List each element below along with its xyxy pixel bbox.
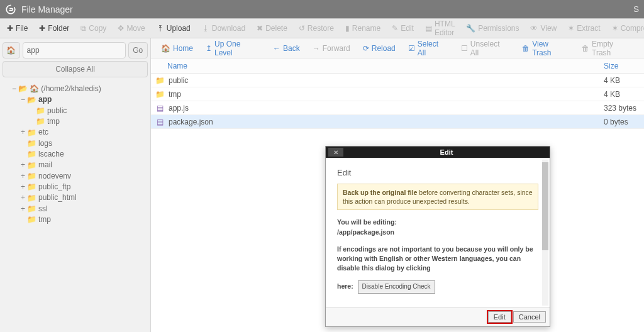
action-back[interactable]: ←Back [267,42,306,55]
col-name[interactable]: Name [151,62,604,70]
close-button[interactable]: ✕ [328,148,343,157]
cpanel-logo-icon [5,3,18,16]
toolbar-download[interactable]: ⭳Download [197,21,250,35]
tree-public-html[interactable]: +📁public_html [20,192,148,203]
dialog-titlebar[interactable]: ✕ Edit [326,147,550,158]
table-header: Name Size [151,58,644,74]
encoding-paragraph: If encodings are not important to you be… [337,245,538,274]
sidebar: 🏠 Go Collapse All −📂🏠 (/home2/khaledis) … [0,38,151,332]
table-row[interactable]: ▤ app.js 323 bytes [151,101,644,115]
action-unselect-all[interactable]: ☐Unselect All [455,37,516,60]
tree-etc[interactable]: +📁etc [20,127,148,138]
copy-icon: ⧉ [80,24,86,33]
action-empty-trash[interactable]: 🗑Empty Trash [575,37,640,60]
dialog-title: Edit [343,148,550,156]
trash-icon: 🗑 [522,44,530,53]
trash-icon: 🗑 [582,44,589,53]
tree-tmp[interactable]: 📁tmp [20,214,148,225]
tree-nodevenv[interactable]: +📁nodevenv [20,171,148,182]
edit-button[interactable]: Edit [488,311,511,323]
toolbar-rename[interactable]: ▮Rename [340,21,386,35]
action-forward[interactable]: →Forward [306,42,357,55]
table-row[interactable]: ▤ package.json 0 bytes [151,115,644,129]
dialog-heading: Edit [337,168,538,177]
toolbar-copy[interactable]: ⧉Copy [75,21,111,35]
folder-icon: 📁 [27,149,36,160]
toolbar-delete[interactable]: ✖Delete [252,21,292,35]
home-button[interactable]: 🏠 [3,42,20,58]
collapse-all-button[interactable]: Collapse All [3,61,148,77]
folder-icon: 📁 [153,76,166,85]
plus-icon: ✚ [7,24,13,33]
scrollbar[interactable] [542,160,548,306]
toolbar-edit[interactable]: ✎Edit [387,21,419,35]
folder-icon: 📁 [36,116,45,127]
editing-path: /app/package.json [337,228,538,237]
toolbar-view[interactable]: 👁View [525,21,562,35]
reload-icon: ⟳ [363,44,369,53]
forward-icon: → [313,44,320,53]
table-row[interactable]: 📁 public 4 KB [151,74,644,87]
unselect-icon: ☐ [461,44,468,53]
edit-dialog: ✕ Edit Edit Back up the original file be… [325,146,550,327]
path-row: 🏠 Go [3,42,148,58]
rename-icon: ▮ [345,24,350,33]
key-icon: 🔧 [466,24,475,33]
toolbar-permissions[interactable]: 🔧Permissions [461,21,524,35]
cancel-button[interactable]: Cancel [513,311,546,323]
home-icon: 🏠 [30,84,39,93]
go-button[interactable]: Go [128,42,148,58]
action-up-level[interactable]: ↥Up One Level [199,37,267,60]
toolbar-new-folder[interactable]: ✚Folder [34,21,74,35]
action-home[interactable]: 🏠Home [155,42,199,55]
back-icon: ← [273,44,280,53]
action-view-trash[interactable]: 🗑View Trash [516,37,575,60]
close-icon: ✕ [333,149,338,156]
upload-icon: ⭱ [157,24,164,33]
tree-lscache[interactable]: 📁lscache [20,149,148,160]
app-header: File Manager S [0,0,644,18]
tree-mail[interactable]: +📁mail [20,160,148,170]
toolbar-restore[interactable]: ↺Restore [294,21,339,35]
move-icon: ✥ [118,24,124,33]
toolbar-upload[interactable]: ⭱Upload [152,21,196,35]
warning-box: Back up the original file before convert… [337,184,538,210]
disable-row: here: Disable Encoding Check [337,280,538,294]
eye-icon: 👁 [530,24,538,33]
action-select-all[interactable]: ☑Select All [402,37,455,60]
dialog-footer: Edit Cancel [326,307,550,326]
path-input[interactable] [23,42,126,58]
tree-app-tmp[interactable]: 📁tmp [29,116,148,127]
tree-ssl[interactable]: +📁ssl [20,204,148,214]
plus-icon: ✚ [39,24,45,33]
action-reload[interactable]: ⟳Reload [357,42,402,55]
toolbar-new-file[interactable]: ✚File [2,21,33,35]
download-icon: ⭳ [202,24,209,33]
dialog-body: Edit Back up the original file before co… [326,158,550,307]
tree-logs[interactable]: 📁logs [20,138,148,149]
folder-open-icon: 📂 [27,95,36,106]
toolbar-compress[interactable]: ✶Compress [607,21,644,35]
scrollbar-thumb[interactable] [542,162,548,250]
folder-icon: 📁 [27,171,36,182]
tree-root[interactable]: −📂🏠 (/home2/khaledis) −📂app 📁public 📁tmp… [11,84,148,225]
editing-label: You will be editing: [337,218,538,227]
toolbar-move[interactable]: ✥Move [113,21,150,35]
page-title: File Manager [21,4,73,14]
restore-icon: ↺ [299,24,305,33]
compress-icon: ✶ [612,24,618,33]
tree-public-ftp[interactable]: +📁public_ftp [20,182,148,192]
tree-app[interactable]: −📂app 📁public 📁tmp [20,94,148,127]
home-icon: 🏠 [161,44,170,53]
folder-icon: 📁 [27,182,36,192]
disable-encoding-button[interactable]: Disable Encoding Check [358,280,435,294]
folder-tree: −📂🏠 (/home2/khaledis) −📂app 📁public 📁tmp… [3,84,148,225]
folder-icon: 📁 [27,193,36,204]
table-row[interactable]: 📁 tmp 4 KB [151,87,644,101]
col-size[interactable]: Size [604,62,644,70]
up-icon: ↥ [206,44,212,53]
tree-app-public[interactable]: 📁public [29,106,148,116]
toolbar-extract[interactable]: ✶Extract [563,21,605,35]
main-toolbar: ✚File ✚Folder ⧉Copy ✥Move ⭱Upload ⭳Downl… [0,18,644,38]
select-all-icon: ☑ [408,44,415,53]
